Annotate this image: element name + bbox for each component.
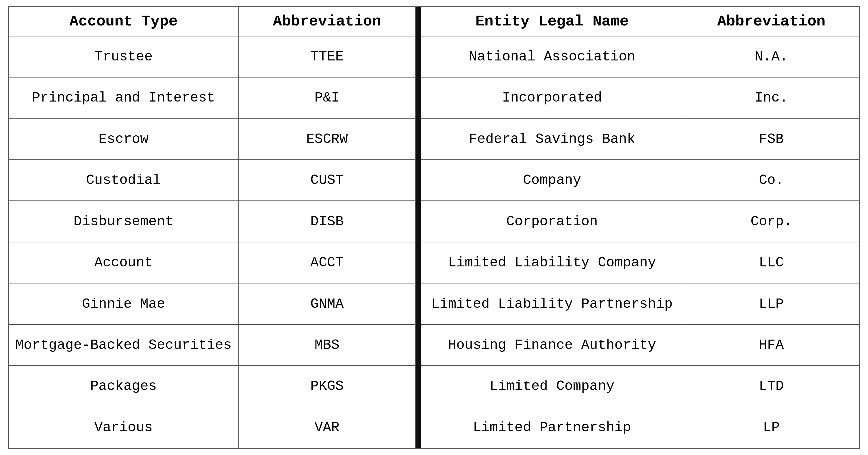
- abbreviation-left-cell: DISB: [239, 201, 415, 242]
- abbreviation-left-cell: ESCRW: [239, 118, 415, 160]
- abbreviation-right-cell: LTD: [683, 366, 860, 407]
- abbreviation-left-cell: VAR: [239, 407, 415, 448]
- entity-name-cell: Company: [421, 160, 683, 201]
- abbreviation-left-cell: P&I: [239, 77, 415, 118]
- column-divider-cell: [415, 160, 421, 201]
- table-row: AccountACCTLimited Liability CompanyLLC: [8, 242, 860, 283]
- column-divider-cell: [415, 324, 421, 366]
- abbreviation-right-cell: LLC: [683, 242, 860, 283]
- abbreviation-right-cell: Co.: [683, 160, 860, 201]
- column-divider-cell: [415, 118, 421, 160]
- header-abbreviation-right: Abbreviation: [683, 7, 860, 36]
- header-abbreviation-left: Abbreviation: [239, 7, 415, 36]
- column-divider-cell: [415, 407, 421, 448]
- account-type-cell: Disbursement: [8, 201, 239, 242]
- table-row: Ginnie MaeGNMALimited Liability Partners…: [8, 283, 860, 324]
- account-type-cell: Mortgage-Backed Securities: [8, 324, 239, 366]
- abbreviation-left-cell: MBS: [239, 324, 415, 366]
- account-type-cell: Custodial: [8, 160, 239, 201]
- entity-name-cell: Limited Liability Partnership: [421, 283, 683, 324]
- abbreviation-right-cell: FSB: [683, 118, 860, 160]
- column-divider-header: [415, 7, 421, 36]
- column-divider-cell: [415, 77, 421, 118]
- table-row: Mortgage-Backed SecuritiesMBSHousing Fin…: [8, 324, 860, 366]
- abbreviation-right-cell: N.A.: [683, 36, 860, 77]
- table-row: VariousVARLimited PartnershipLP: [8, 407, 860, 448]
- account-type-cell: Various: [8, 407, 239, 448]
- abbreviation-right-cell: LLP: [683, 283, 860, 324]
- account-type-cell: Escrow: [8, 118, 239, 160]
- abbreviation-right-cell: LP: [683, 407, 860, 448]
- abbreviation-left-cell: TTEE: [239, 36, 415, 77]
- account-type-cell: Account: [8, 242, 239, 283]
- header-entity-legal-name: Entity Legal Name: [421, 7, 683, 36]
- entity-name-cell: Incorporated: [421, 77, 683, 118]
- entity-name-cell: Limited Liability Company: [421, 242, 683, 283]
- column-divider-cell: [415, 283, 421, 324]
- column-divider-cell: [415, 201, 421, 242]
- entity-name-cell: Limited Company: [421, 366, 683, 407]
- account-type-cell: Trustee: [8, 36, 239, 77]
- abbreviation-right-cell: HFA: [683, 324, 860, 366]
- table-row: EscrowESCRWFederal Savings BankFSB: [8, 118, 860, 160]
- entity-name-cell: National Association: [421, 36, 683, 77]
- abbreviation-left-cell: CUST: [239, 160, 415, 201]
- entity-name-cell: Limited Partnership: [421, 407, 683, 448]
- abbreviation-right-cell: Corp.: [683, 201, 860, 242]
- account-type-cell: Principal and Interest: [8, 77, 239, 118]
- table-row: Principal and InterestP&IIncorporatedInc…: [8, 77, 860, 118]
- entity-name-cell: Housing Finance Authority: [421, 324, 683, 366]
- abbreviation-left-cell: GNMA: [239, 283, 415, 324]
- column-divider-cell: [415, 36, 421, 77]
- page-wrapper: Account Type Abbreviation Entity Legal N…: [0, 0, 868, 455]
- table-row: CustodialCUSTCompanyCo.: [8, 160, 860, 201]
- table-row: TrusteeTTEENational AssociationN.A.: [8, 36, 860, 77]
- account-type-cell: Ginnie Mae: [8, 283, 239, 324]
- table-row: PackagesPKGSLimited CompanyLTD: [8, 366, 860, 407]
- abbreviation-right-cell: Inc.: [683, 77, 860, 118]
- entity-name-cell: Federal Savings Bank: [421, 118, 683, 160]
- column-divider-cell: [415, 366, 421, 407]
- header-account-type: Account Type: [8, 7, 239, 36]
- entity-name-cell: Corporation: [421, 201, 683, 242]
- abbreviation-left-cell: PKGS: [239, 366, 415, 407]
- column-divider-cell: [415, 242, 421, 283]
- reference-table: Account Type Abbreviation Entity Legal N…: [8, 6, 860, 449]
- table-row: DisbursementDISBCorporationCorp.: [8, 201, 860, 242]
- abbreviation-left-cell: ACCT: [239, 242, 415, 283]
- account-type-cell: Packages: [8, 366, 239, 407]
